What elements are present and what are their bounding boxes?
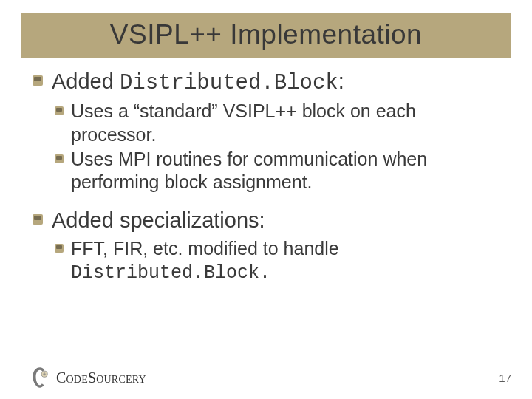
slide-title-band: VSIPL++ Implementation xyxy=(21,13,511,58)
slide-body: Added Distributed.Block: Uses a “standar… xyxy=(33,68,499,284)
slide-title: VSIPL++ Implementation xyxy=(21,19,511,50)
bullet-icon xyxy=(33,214,43,225)
brand-text: CodeSourcery xyxy=(56,369,146,386)
brand-logo: CodeSourcery xyxy=(30,366,146,389)
bullet-level1: Added specializations: xyxy=(33,207,499,233)
bullet-level2: Uses a “standard” VSIPL++ block on each … xyxy=(55,100,499,146)
brand-sourcery: Sourcery xyxy=(88,369,146,386)
logo-icon xyxy=(30,366,50,389)
bullet-level2: FFT, FIR, etc. modified to handle Distri… xyxy=(55,237,499,285)
bullet-text: Added specializations: xyxy=(52,208,265,232)
bullet-icon xyxy=(55,154,64,163)
bullet-icon xyxy=(55,244,64,253)
bullet-code: Distributed.Block. xyxy=(71,262,270,284)
bullet-text-prefix: FFT, FIR, etc. modified to handle xyxy=(71,238,339,259)
slide-footer: CodeSourcery 17 xyxy=(0,359,532,389)
bullet-icon xyxy=(33,75,43,86)
bullet-level1: Added Distributed.Block: xyxy=(33,68,499,97)
bullet-text-prefix: Added xyxy=(52,69,120,93)
bullet-text-suffix: : xyxy=(338,69,344,93)
bullet-code: Distributed.Block xyxy=(120,71,338,95)
bullet-text: Uses MPI routines for communication when… xyxy=(71,149,427,192)
bullet-level2: Uses MPI routines for communication when… xyxy=(55,148,499,194)
bullet-icon xyxy=(55,106,64,115)
page-number: 17 xyxy=(499,372,511,384)
bullet-text: Uses a “standard” VSIPL++ block on each … xyxy=(71,100,416,144)
brand-code: Code xyxy=(56,369,88,386)
